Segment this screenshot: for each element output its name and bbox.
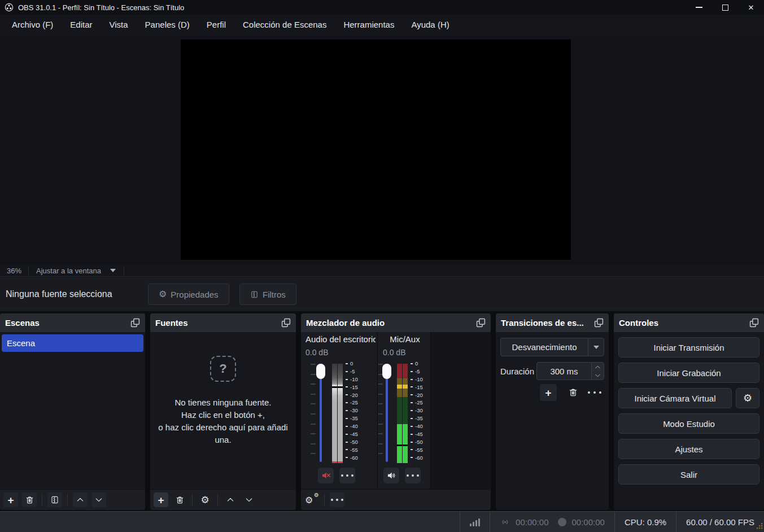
menu-coleccion-escenas[interactable]: Colección de Escenas: [234, 15, 335, 35]
start-recording-button[interactable]: Iniciar Grabación: [618, 363, 759, 383]
settings-button[interactable]: Ajustes: [618, 439, 759, 459]
move-scene-up-button[interactable]: [73, 492, 88, 507]
move-source-up-button[interactable]: [223, 492, 238, 507]
scenes-dock: Escenas Escena +: [0, 313, 145, 510]
mute-button-mic[interactable]: [383, 468, 399, 483]
connection-status: [460, 512, 490, 532]
menu-perfil[interactable]: Perfil: [198, 15, 234, 35]
trash-icon: [25, 495, 34, 505]
transitions-dock-header[interactable]: Transiciones de es...: [496, 313, 609, 332]
duration-spinbox[interactable]: 300 ms: [536, 362, 604, 380]
remove-scene-button[interactable]: [22, 492, 37, 507]
properties-button[interactable]: ⚙ Propiedades: [148, 284, 229, 305]
move-source-down-button[interactable]: [242, 492, 256, 507]
scene-filters-button[interactable]: [47, 492, 62, 507]
popout-icon[interactable]: [476, 318, 486, 328]
transitions-body: Desvanecimiento Duración 300 ms +: [496, 332, 609, 510]
filters-label: Filtros: [263, 290, 286, 299]
studio-mode-button[interactable]: Modo Estudio: [618, 413, 759, 434]
volume-slider-track-desktop[interactable]: [320, 365, 322, 462]
menu-editar[interactable]: Editar: [62, 15, 101, 35]
transition-select[interactable]: Desvanecimiento: [500, 338, 604, 356]
meter-marker: [403, 444, 408, 446]
remove-transition-button[interactable]: [565, 384, 582, 401]
mixer-dock-header[interactable]: Mezclador de audio: [301, 313, 491, 332]
scale-row: -55: [346, 447, 358, 453]
volume-slider-handle-mic[interactable]: [382, 364, 391, 379]
remove-source-button[interactable]: [172, 492, 187, 507]
window-controls: ✕: [686, 0, 764, 15]
move-scene-down-button[interactable]: [91, 492, 106, 507]
resize-grip[interactable]: [757, 521, 763, 531]
popout-icon[interactable]: [594, 318, 604, 328]
sources-toolbar: + ⚙: [150, 489, 296, 510]
spin-down-button[interactable]: [592, 371, 604, 380]
scale-row: -60: [346, 455, 358, 461]
empty-line: Haz clic en el botón +,: [158, 409, 287, 421]
spin-up-button[interactable]: [592, 363, 604, 371]
volume-slider-track-mic[interactable]: [386, 365, 388, 462]
scene-list-item[interactable]: Escena: [2, 334, 143, 352]
popout-icon[interactable]: [749, 318, 759, 328]
add-scene-button[interactable]: +: [3, 492, 18, 507]
scale-row: -35: [411, 416, 423, 421]
sources-list[interactable]: ? No tienes ninguna fuente. Haz clic en …: [150, 332, 296, 489]
channel-menu-desktop[interactable]: [339, 468, 355, 483]
empty-line: No tienes ninguna fuente.: [158, 396, 287, 409]
mute-button-desktop[interactable]: [318, 468, 334, 483]
title-bar[interactable]: OBS 31.0.1 - Perfíl: Sin Título - Escena…: [0, 0, 764, 15]
fps-indicator: 60.00 / 60.00 FPS: [676, 512, 764, 532]
chevron-down-icon: [593, 346, 599, 349]
scale-row: -10: [346, 377, 358, 382]
filters-button[interactable]: Filtros: [239, 284, 296, 305]
transition-actions: +: [496, 384, 609, 401]
channel-menu-mic[interactable]: [405, 468, 421, 483]
add-source-button[interactable]: +: [154, 492, 168, 507]
transition-menu-button[interactable]: [586, 384, 603, 401]
controls-dock: Controles Iniciar Transmisión Iniciar Gr…: [614, 313, 764, 510]
fit-to-window-select[interactable]: Ajustar a la ventana: [29, 267, 107, 275]
start-streaming-button[interactable]: Iniciar Transmisión: [618, 337, 759, 357]
close-button[interactable]: ✕: [738, 0, 764, 15]
popout-icon[interactable]: [281, 318, 291, 328]
transition-selected-value: Desvanecimiento: [501, 342, 588, 352]
mixer-menu-button[interactable]: [330, 492, 344, 507]
sources-dock: Fuentes ? No tienes ninguna fuente. Haz …: [150, 313, 296, 510]
start-virtual-camera-button[interactable]: Iniciar Cámara Virtual: [618, 388, 732, 408]
empty-line: una.: [158, 434, 287, 446]
preview-area[interactable]: [0, 35, 764, 265]
advanced-audio-button[interactable]: ⚙⚙: [304, 492, 319, 507]
add-transition-button[interactable]: +: [540, 384, 557, 401]
scenes-dock-header[interactable]: Escenas: [0, 313, 145, 332]
obs-logo-icon: [5, 3, 14, 12]
minimize-icon: [696, 7, 702, 8]
menu-archivo[interactable]: Archivo (F): [3, 15, 62, 35]
chevron-down-icon[interactable]: [110, 269, 116, 272]
maximize-button[interactable]: [712, 0, 738, 15]
volume-slider-handle-desktop[interactable]: [316, 364, 325, 379]
scale-row: -45: [346, 431, 358, 437]
sources-dock-header[interactable]: Fuentes: [150, 313, 296, 332]
scale-row: -35: [346, 416, 358, 421]
meter-scale: 0-5-10-15-20-25-30-35-40-45-50-55-60: [346, 361, 358, 460]
menu-vista[interactable]: Vista: [101, 15, 137, 35]
popout-icon[interactable]: [130, 318, 140, 328]
menu-ayuda[interactable]: Ayuda (H): [403, 15, 457, 35]
signal-bars-icon: [470, 518, 480, 526]
exit-button[interactable]: Salir: [618, 464, 759, 485]
duration-label: Duración: [500, 362, 534, 380]
record-time: 00:00:00: [571, 517, 604, 527]
preview-canvas[interactable]: [181, 40, 571, 260]
sources-empty-state: ? No tienes ninguna fuente. Haz clic en …: [150, 332, 296, 446]
source-properties-button[interactable]: ⚙: [198, 492, 212, 507]
virtual-camera-settings-button[interactable]: ⚙: [736, 388, 759, 408]
minimize-button[interactable]: [686, 0, 712, 15]
channel-volume-mic: 0.0 dB: [383, 348, 405, 357]
sources-empty-text: No tienes ninguna fuente. Haz clic en el…: [158, 396, 287, 446]
mixer-dock-title: Mezclador de audio: [306, 318, 476, 328]
controls-dock-header[interactable]: Controles: [614, 313, 764, 332]
meter-channel-right: [338, 364, 343, 463]
scale-row: -30: [346, 408, 358, 413]
menu-paneles[interactable]: Paneles (D): [137, 15, 198, 35]
menu-herramientas[interactable]: Herramientas: [335, 15, 403, 35]
